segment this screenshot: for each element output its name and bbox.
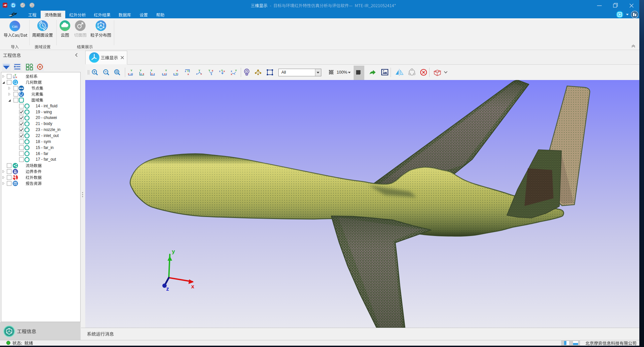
svg-text:x: x [223, 70, 225, 73]
svg-text:Y: Y [151, 69, 153, 72]
svg-text:z: z [14, 76, 15, 78]
svg-text:z: z [131, 72, 132, 75]
svg-text:z: z [154, 72, 155, 75]
svg-text:Y: Y [208, 69, 210, 72]
svg-text:z: z [173, 72, 174, 75]
svg-text:Y: Y [165, 69, 167, 72]
svg-text:x: x [187, 73, 189, 76]
svg-text:x: x [176, 69, 178, 72]
svg-text:Y: Y [235, 69, 237, 72]
svg-text:z: z [162, 72, 163, 75]
svg-text:Y: Y [221, 69, 223, 72]
svg-text:z: z [185, 70, 186, 73]
svg-text:Y: Y [140, 69, 142, 72]
svg-text:Y: Y [187, 70, 189, 73]
svg-text:z: z [141, 72, 142, 75]
svg-text:z: z [196, 72, 197, 75]
svg-text:x: x [16, 76, 17, 78]
svg-text:x: x [200, 72, 202, 75]
svg-text:Y: Y [131, 69, 133, 72]
svg-text:x: x [128, 72, 130, 75]
svg-text:x: x [143, 72, 145, 75]
svg-text:z: z [219, 70, 220, 73]
svg-text:cas: cas [12, 24, 18, 29]
svg-text:z: z [231, 70, 232, 73]
svg-text:Y: Y [175, 72, 177, 75]
svg-text:x: x [151, 72, 153, 75]
svg-text:x: x [164, 72, 166, 75]
